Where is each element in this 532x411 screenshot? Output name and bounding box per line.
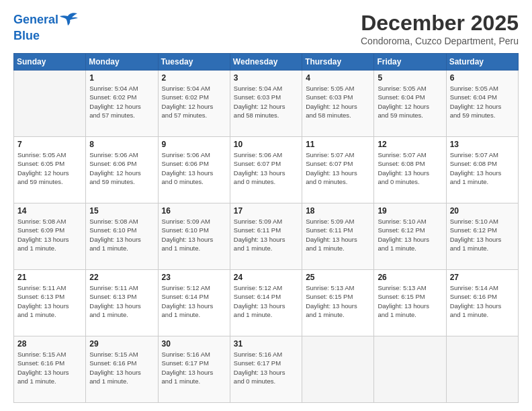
table-row: 15Sunrise: 5:08 AMSunset: 6:10 PMDayligh… — [86, 203, 158, 270]
logo-text: General — [13, 13, 58, 27]
day-number: 19 — [378, 206, 442, 216]
day-number: 27 — [450, 273, 515, 282]
table-row: 17Sunrise: 5:09 AMSunset: 6:11 PMDayligh… — [230, 203, 302, 270]
day-number: 8 — [89, 140, 154, 149]
day-number: 30 — [162, 339, 226, 349]
day-info: Sunrise: 5:04 AMSunset: 6:02 PMDaylight:… — [162, 84, 226, 120]
table-row: 8Sunrise: 5:06 AMSunset: 6:06 PMDaylight… — [86, 137, 158, 203]
col-tuesday: Tuesday — [158, 54, 230, 71]
day-number: 15 — [89, 206, 154, 216]
day-number: 1 — [89, 73, 154, 83]
table-row: 11Sunrise: 5:07 AMSunset: 6:07 PMDayligh… — [302, 137, 374, 203]
table-row: 4Sunrise: 5:05 AMSunset: 6:03 PMDaylight… — [302, 71, 374, 137]
day-number: 3 — [234, 73, 298, 83]
table-row: 7Sunrise: 5:05 AMSunset: 6:05 PMDaylight… — [14, 137, 86, 203]
day-info: Sunrise: 5:15 AMSunset: 6:16 PMDaylight:… — [89, 350, 154, 385]
table-row: 28Sunrise: 5:15 AMSunset: 6:16 PMDayligh… — [14, 336, 86, 403]
logo: General Blue — [13, 11, 79, 43]
day-number: 2 — [162, 73, 226, 83]
table-row: 6Sunrise: 5:05 AMSunset: 6:04 PMDaylight… — [446, 71, 518, 137]
table-row: 14Sunrise: 5:08 AMSunset: 6:09 PMDayligh… — [14, 203, 86, 270]
day-number: 4 — [306, 73, 370, 83]
day-info: Sunrise: 5:11 AMSunset: 6:13 PMDaylight:… — [89, 283, 154, 319]
day-info: Sunrise: 5:15 AMSunset: 6:16 PMDaylight:… — [17, 350, 82, 385]
calendar-header-row: Sunday Monday Tuesday Wednesday Thursday… — [14, 54, 519, 71]
day-number: 14 — [17, 206, 82, 216]
day-info: Sunrise: 5:06 AMSunset: 6:07 PMDaylight:… — [234, 150, 298, 186]
calendar-table: Sunday Monday Tuesday Wednesday Thursday… — [13, 53, 519, 403]
table-row: 9Sunrise: 5:06 AMSunset: 6:06 PMDaylight… — [158, 137, 230, 203]
day-info: Sunrise: 5:07 AMSunset: 6:07 PMDaylight:… — [306, 150, 370, 186]
table-row: 26Sunrise: 5:13 AMSunset: 6:15 PMDayligh… — [374, 270, 446, 336]
day-info: Sunrise: 5:11 AMSunset: 6:13 PMDaylight:… — [17, 283, 82, 319]
day-info: Sunrise: 5:05 AMSunset: 6:05 PMDaylight:… — [17, 150, 82, 186]
day-info: Sunrise: 5:05 AMSunset: 6:04 PMDaylight:… — [378, 84, 442, 120]
day-info: Sunrise: 5:10 AMSunset: 6:12 PMDaylight:… — [450, 217, 515, 253]
day-number: 25 — [306, 273, 370, 282]
page: General Blue December 2025 Condoroma, Cu… — [0, 0, 532, 411]
table-row: 23Sunrise: 5:12 AMSunset: 6:14 PMDayligh… — [158, 270, 230, 336]
table-row: 31Sunrise: 5:16 AMSunset: 6:17 PMDayligh… — [230, 336, 302, 403]
calendar-week-row: 21Sunrise: 5:11 AMSunset: 6:13 PMDayligh… — [14, 270, 519, 336]
day-number: 24 — [234, 273, 298, 282]
table-row: 19Sunrise: 5:10 AMSunset: 6:12 PMDayligh… — [374, 203, 446, 270]
table-row: 16Sunrise: 5:09 AMSunset: 6:10 PMDayligh… — [158, 203, 230, 270]
table-row: 18Sunrise: 5:09 AMSunset: 6:11 PMDayligh… — [302, 203, 374, 270]
table-row: 20Sunrise: 5:10 AMSunset: 6:12 PMDayligh… — [446, 203, 518, 270]
table-row: 24Sunrise: 5:12 AMSunset: 6:14 PMDayligh… — [230, 270, 302, 336]
day-info: Sunrise: 5:06 AMSunset: 6:06 PMDaylight:… — [162, 150, 226, 186]
day-number: 5 — [378, 73, 442, 83]
day-info: Sunrise: 5:16 AMSunset: 6:17 PMDaylight:… — [234, 350, 298, 385]
day-number: 20 — [450, 206, 515, 216]
day-info: Sunrise: 5:08 AMSunset: 6:09 PMDaylight:… — [17, 217, 82, 253]
col-saturday: Saturday — [446, 54, 518, 71]
day-info: Sunrise: 5:05 AMSunset: 6:03 PMDaylight:… — [306, 84, 370, 120]
calendar-week-row: 1Sunrise: 5:04 AMSunset: 6:02 PMDaylight… — [14, 71, 519, 137]
col-monday: Monday — [86, 54, 158, 71]
day-number: 10 — [234, 140, 298, 149]
logo-blue: Blue — [13, 30, 40, 43]
day-info: Sunrise: 5:06 AMSunset: 6:06 PMDaylight:… — [89, 150, 154, 186]
day-number: 23 — [162, 273, 226, 282]
day-number: 18 — [306, 206, 370, 216]
day-number: 13 — [450, 140, 515, 149]
col-friday: Friday — [374, 54, 446, 71]
location-subtitle: Condoroma, Cuzco Department, Peru — [361, 36, 519, 46]
day-info: Sunrise: 5:09 AMSunset: 6:10 PMDaylight:… — [162, 217, 226, 253]
table-row: 10Sunrise: 5:06 AMSunset: 6:07 PMDayligh… — [230, 137, 302, 203]
day-info: Sunrise: 5:12 AMSunset: 6:14 PMDaylight:… — [162, 283, 226, 319]
calendar-week-row: 14Sunrise: 5:08 AMSunset: 6:09 PMDayligh… — [14, 203, 519, 270]
day-number: 6 — [450, 73, 515, 83]
day-info: Sunrise: 5:14 AMSunset: 6:16 PMDaylight:… — [450, 283, 515, 319]
day-number: 7 — [17, 140, 82, 149]
day-info: Sunrise: 5:13 AMSunset: 6:15 PMDaylight:… — [378, 283, 442, 319]
day-number: 28 — [17, 339, 82, 349]
logo-bird-icon — [58, 11, 79, 30]
day-number: 22 — [89, 273, 154, 282]
table-row — [374, 336, 446, 403]
day-number: 21 — [17, 273, 82, 282]
day-info: Sunrise: 5:05 AMSunset: 6:04 PMDaylight:… — [450, 84, 515, 120]
day-info: Sunrise: 5:07 AMSunset: 6:08 PMDaylight:… — [378, 150, 442, 186]
table-row: 3Sunrise: 5:04 AMSunset: 6:03 PMDaylight… — [230, 71, 302, 137]
day-info: Sunrise: 5:04 AMSunset: 6:03 PMDaylight:… — [234, 84, 298, 120]
table-row: 2Sunrise: 5:04 AMSunset: 6:02 PMDaylight… — [158, 71, 230, 137]
day-number: 11 — [306, 140, 370, 149]
day-number: 31 — [234, 339, 298, 349]
table-row: 21Sunrise: 5:11 AMSunset: 6:13 PMDayligh… — [14, 270, 86, 336]
day-info: Sunrise: 5:04 AMSunset: 6:02 PMDaylight:… — [89, 84, 154, 120]
table-row: 5Sunrise: 5:05 AMSunset: 6:04 PMDaylight… — [374, 71, 446, 137]
day-number: 26 — [378, 273, 442, 282]
day-info: Sunrise: 5:07 AMSunset: 6:08 PMDaylight:… — [450, 150, 515, 186]
day-info: Sunrise: 5:12 AMSunset: 6:14 PMDaylight:… — [234, 283, 298, 319]
table-row: 22Sunrise: 5:11 AMSunset: 6:13 PMDayligh… — [86, 270, 158, 336]
day-info: Sunrise: 5:10 AMSunset: 6:12 PMDaylight:… — [378, 217, 442, 253]
col-wednesday: Wednesday — [230, 54, 302, 71]
table-row: 1Sunrise: 5:04 AMSunset: 6:02 PMDaylight… — [86, 71, 158, 137]
table-row: 30Sunrise: 5:16 AMSunset: 6:17 PMDayligh… — [158, 336, 230, 403]
col-thursday: Thursday — [302, 54, 374, 71]
day-number: 29 — [89, 339, 154, 349]
day-number: 17 — [234, 206, 298, 216]
table-row — [302, 336, 374, 403]
day-number: 12 — [378, 140, 442, 149]
